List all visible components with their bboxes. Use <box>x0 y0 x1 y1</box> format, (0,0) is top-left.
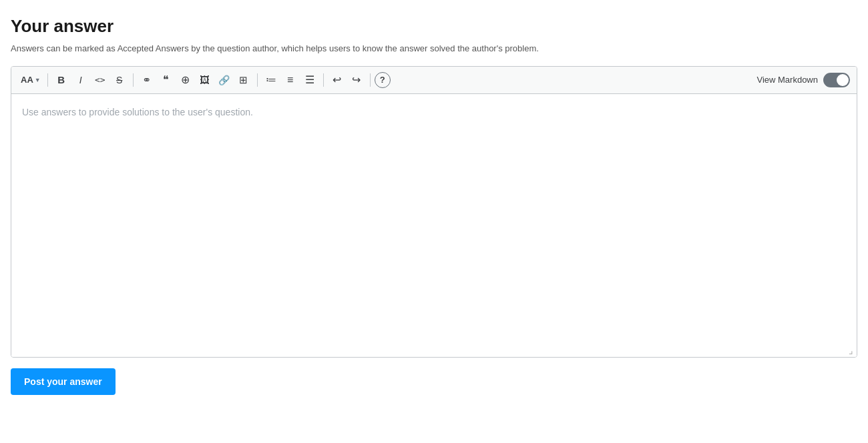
hyperlink-button[interactable]: 🔗 <box>215 71 234 89</box>
editor-container: AA ▼ B I <> S ⚭ <box>11 66 857 358</box>
font-size-group: AA ▼ <box>18 71 43 89</box>
history-group: ↩ ↪ <box>328 71 366 89</box>
help-button[interactable]: ? <box>375 72 391 88</box>
undo-icon: ↩ <box>333 73 341 86</box>
ordered-list-icon: ≔ <box>266 73 276 86</box>
strikethrough-button[interactable]: S <box>110 71 129 89</box>
italic-button[interactable]: I <box>71 71 90 89</box>
quote-icon: ❝ <box>163 73 169 86</box>
image-button[interactable]: 🖼 <box>196 71 214 89</box>
ordered-list-button[interactable]: ≔ <box>262 71 280 89</box>
view-markdown-label: View Markdown <box>756 75 818 85</box>
redo-icon: ↪ <box>352 73 361 86</box>
post-answer-button[interactable]: Post your answer <box>11 368 116 395</box>
editor-content-area[interactable]: Use answers to provide solutions to the … <box>22 105 846 332</box>
unordered-list-button[interactable]: ≡ <box>281 71 300 89</box>
hyperlink-icon: 🔗 <box>218 75 230 85</box>
chevron-down-icon: ▼ <box>35 77 41 83</box>
indent-icon: ☰ <box>305 73 314 86</box>
strikethrough-icon: S <box>116 75 122 85</box>
editor-toolbar: AA ▼ B I <> S ⚭ <box>11 67 857 94</box>
divider-5 <box>370 73 371 87</box>
divider-2 <box>133 73 134 87</box>
help-group: ? <box>375 72 391 88</box>
redo-button[interactable]: ↪ <box>347 71 366 89</box>
table-button[interactable]: ⊞ <box>234 71 253 89</box>
editor-body[interactable]: Use answers to provide solutions to the … <box>11 94 857 342</box>
divider-1 <box>47 73 48 87</box>
link-button[interactable]: ⚭ <box>138 71 156 89</box>
page-subtitle: Answers can be marked as Accepted Answer… <box>11 42 857 55</box>
resize-icon[interactable]: ⌟ <box>847 344 855 357</box>
font-size-label: AA <box>21 75 33 85</box>
bold-icon: B <box>57 74 65 85</box>
unordered-list-icon: ≡ <box>287 74 293 86</box>
blockquote-button[interactable]: ❝ <box>157 71 176 89</box>
view-markdown-toggle[interactable] <box>823 73 850 87</box>
view-markdown-section: View Markdown <box>756 73 850 87</box>
list-group: ≔ ≡ ☰ <box>262 71 319 89</box>
page-title: Your answer <box>11 16 857 37</box>
divider-3 <box>257 73 258 87</box>
italic-icon: I <box>79 75 82 85</box>
help-icon: ? <box>380 75 385 85</box>
resize-handle-area: ⌟ <box>11 342 857 357</box>
bold-button[interactable]: B <box>52 71 71 89</box>
undo-button[interactable]: ↩ <box>328 71 347 89</box>
text-format-group: B I <> S <box>52 71 129 89</box>
table-icon: ⊞ <box>239 74 248 86</box>
indent-button[interactable]: ☰ <box>300 71 319 89</box>
font-size-button[interactable]: AA ▼ <box>18 71 43 89</box>
link-icon: ⚭ <box>142 73 151 86</box>
insert-group: ⚭ ❝ ⊕ 🖼 🔗 ⊞ <box>138 71 253 89</box>
divider-4 <box>323 73 324 87</box>
code-block-button[interactable]: ⊕ <box>176 71 195 89</box>
image-icon: 🖼 <box>200 74 210 85</box>
editor-placeholder: Use answers to provide solutions to the … <box>22 107 253 117</box>
code-icon: <> <box>95 75 105 85</box>
inline-code-button[interactable]: <> <box>91 71 110 89</box>
code-block-icon: ⊕ <box>181 73 190 86</box>
